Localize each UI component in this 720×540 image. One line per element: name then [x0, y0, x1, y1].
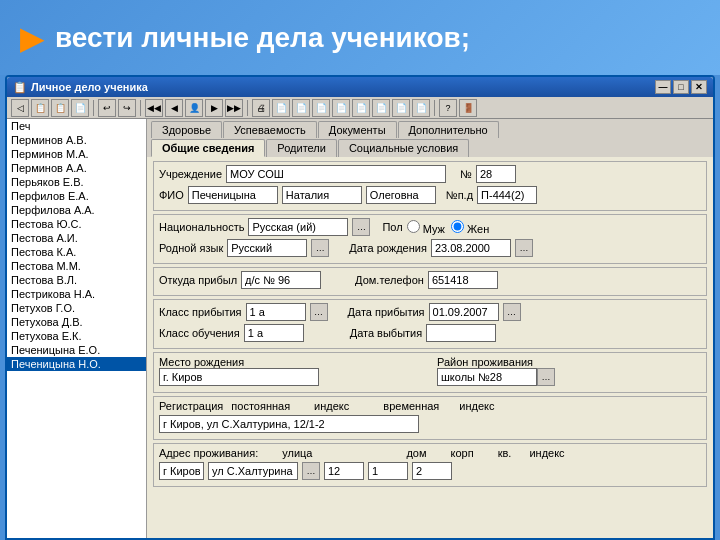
rod-row: Родной язык … Дата рождения … — [159, 239, 701, 257]
nat-browse-btn[interactable]: … — [352, 218, 370, 236]
toolbar-btn-print[interactable]: 🖨 — [252, 99, 270, 117]
addr-dom-field[interactable] — [324, 462, 364, 480]
toolbar-btn-nav3[interactable]: ▶ — [205, 99, 223, 117]
sidebar-item-12[interactable]: Пестрикова Н.А. — [7, 287, 146, 301]
toolbar-btn-6[interactable]: ↪ — [118, 99, 136, 117]
sidebar: Печ Перминов А.В. Перминов М.А. Перминов… — [7, 119, 147, 538]
toolbar-btn-nav4[interactable]: ▶▶ — [225, 99, 243, 117]
sidebar-item-1[interactable]: Перминов А.В. — [7, 133, 146, 147]
toolbar-btn-1[interactable]: ◁ — [11, 99, 29, 117]
reg-addr-field[interactable] — [159, 415, 419, 433]
sidebar-item-8[interactable]: Пестова А.И. — [7, 231, 146, 245]
toolbar-btn-i5[interactable]: 📄 — [352, 99, 370, 117]
addr-browse-btn[interactable]: … — [302, 462, 320, 480]
toolbar-btn-i8[interactable]: 📄 — [412, 99, 430, 117]
sidebar-item-0[interactable]: Печ — [7, 119, 146, 133]
nat-field[interactable] — [248, 218, 348, 236]
tab-dopolnitelno[interactable]: Дополнительно — [398, 121, 499, 138]
nld-field[interactable] — [477, 186, 537, 204]
rod-field[interactable] — [227, 239, 307, 257]
maximize-button[interactable]: □ — [673, 80, 689, 94]
toolbar-btn-5[interactable]: ↩ — [98, 99, 116, 117]
reg-row: Регистрация постоянная индекс временная … — [159, 400, 701, 412]
pol-muj-label[interactable]: Муж — [407, 220, 445, 235]
addr-ulica-field[interactable] — [208, 462, 298, 480]
pol-label: Пол — [382, 221, 402, 233]
imya-field[interactable] — [282, 186, 362, 204]
toolbar-btn-3[interactable]: 📋 — [51, 99, 69, 117]
toolbar-btn-i3[interactable]: 📄 — [312, 99, 330, 117]
sidebar-item-14[interactable]: Петухова Д.В. — [7, 315, 146, 329]
tab-dokumenty[interactable]: Документы — [318, 121, 397, 138]
addr-city-field[interactable] — [159, 462, 204, 480]
addr-kv-field[interactable] — [412, 462, 452, 480]
sidebar-item-7[interactable]: Пестова Ю.С. — [7, 217, 146, 231]
data-pr-browse-btn[interactable]: … — [503, 303, 521, 321]
pol-jen-label[interactable]: Жен — [451, 220, 489, 235]
rayon-label: Район проживания — [437, 356, 701, 368]
pol-jen-radio[interactable] — [451, 220, 464, 233]
toolbar-btn-i2[interactable]: 📄 — [292, 99, 310, 117]
minimize-button[interactable]: — — [655, 80, 671, 94]
sidebar-item-3[interactable]: Перминов А.А. — [7, 161, 146, 175]
toolbar-btn-help[interactable]: ? — [439, 99, 457, 117]
dr-field[interactable] — [431, 239, 511, 257]
rod-browse-btn[interactable]: … — [311, 239, 329, 257]
sidebar-item-5[interactable]: Перфилов Е.А. — [7, 189, 146, 203]
close-button[interactable]: ✕ — [691, 80, 707, 94]
uchr-field[interactable] — [226, 165, 446, 183]
reg-temp-indeks: индекс — [459, 400, 494, 412]
addr-kv-label: кв. — [498, 447, 512, 459]
sidebar-item-13[interactable]: Петухов Г.О. — [7, 301, 146, 315]
otchestvo-field[interactable] — [366, 186, 436, 204]
window-icon: 📋 — [13, 81, 27, 94]
toolbar-btn-i7[interactable]: 📄 — [392, 99, 410, 117]
tab-zdorovye[interactable]: Здоровье — [151, 121, 222, 138]
nomer-field[interactable] — [476, 165, 516, 183]
data-pr-label: Дата прибытия — [348, 306, 425, 318]
tab-uspevaemost[interactable]: Успеваемость — [223, 121, 317, 138]
reg-type: постоянная — [231, 400, 290, 412]
toolbar-btn-person[interactable]: 👤 — [185, 99, 203, 117]
data-pr-field[interactable] — [429, 303, 499, 321]
sidebar-item-4[interactable]: Перьяков Е.В. — [7, 175, 146, 189]
sidebar-item-6[interactable]: Перфилова А.А. — [7, 203, 146, 217]
mesto-field[interactable] — [159, 368, 319, 386]
domtel-field[interactable] — [428, 271, 498, 289]
sidebar-item-9[interactable]: Пестова К.А. — [7, 245, 146, 259]
sidebar-item-17[interactable]: Печеницына Н.О. — [7, 357, 146, 371]
toolbar-btn-4[interactable]: 📄 — [71, 99, 89, 117]
klass-pr-label: Класс прибытия — [159, 306, 242, 318]
familiya-field[interactable] — [188, 186, 278, 204]
sidebar-item-15[interactable]: Петухова Е.К. — [7, 329, 146, 343]
toolbar-btn-nav1[interactable]: ◀◀ — [145, 99, 163, 117]
tab-obshhie[interactable]: Общие сведения — [151, 139, 265, 157]
dr-browse-btn[interactable]: … — [515, 239, 533, 257]
toolbar-btn-i1[interactable]: 📄 — [272, 99, 290, 117]
addr-korp-field[interactable] — [368, 462, 408, 480]
sidebar-item-2[interactable]: Перминов М.А. — [7, 147, 146, 161]
reg-label: Регистрация — [159, 400, 223, 412]
slide-header-text: вести личные дела учеников; — [55, 22, 470, 54]
klass-row: Класс прибытия … Дата прибытия … — [159, 303, 701, 321]
klass-pr-browse-btn[interactable]: … — [310, 303, 328, 321]
toolbar-btn-i4[interactable]: 📄 — [332, 99, 350, 117]
klass-ob-field[interactable] — [244, 324, 304, 342]
sidebar-item-16[interactable]: Печеницына Е.О. — [7, 343, 146, 357]
tab-roditeli[interactable]: Родители — [266, 139, 337, 157]
otkuda-field[interactable] — [241, 271, 321, 289]
rayon-browse-btn[interactable]: … — [537, 368, 555, 386]
rayon-field[interactable] — [437, 368, 537, 386]
toolbar-btn-2[interactable]: 📋 — [31, 99, 49, 117]
sidebar-item-10[interactable]: Пестова М.М. — [7, 259, 146, 273]
tab-social[interactable]: Социальные условия — [338, 139, 469, 157]
klass-pr-field[interactable] — [246, 303, 306, 321]
pol-muj-radio[interactable] — [407, 220, 420, 233]
addr-index-label: индекс — [529, 447, 564, 459]
toolbar-btn-i6[interactable]: 📄 — [372, 99, 390, 117]
toolbar-btn-nav2[interactable]: ◀ — [165, 99, 183, 117]
data-vyb-field[interactable] — [426, 324, 496, 342]
sidebar-item-11[interactable]: Пестова В.Л. — [7, 273, 146, 287]
main-panel: Здоровье Успеваемость Документы Дополнит… — [147, 119, 713, 538]
toolbar-btn-exit[interactable]: 🚪 — [459, 99, 477, 117]
